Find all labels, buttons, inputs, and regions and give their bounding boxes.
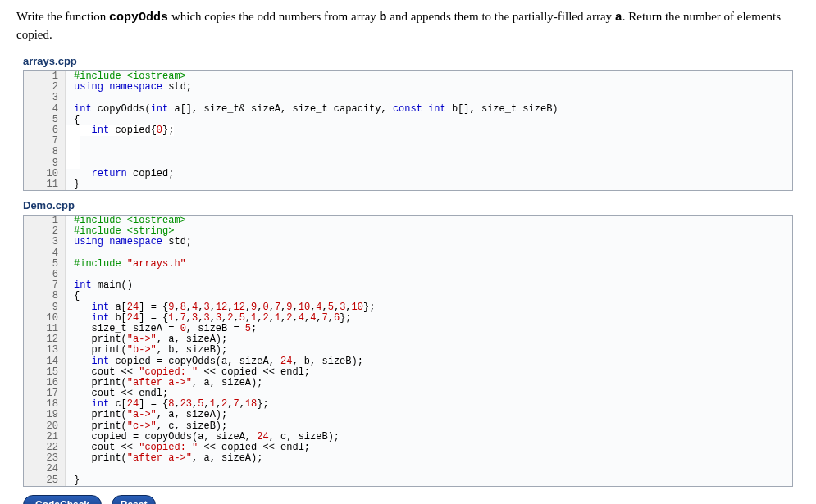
line-number: 12: [24, 334, 66, 345]
line-number: 20: [24, 421, 66, 432]
line-number: 2: [24, 226, 66, 237]
line-text[interactable]: [66, 158, 80, 169]
line-number: 7: [24, 136, 66, 147]
line-number: 8: [24, 147, 66, 157]
code-line: 24: [24, 464, 792, 474]
code-arrays: 1#include <iostream>2using namespace std…: [23, 70, 793, 191]
line-number: 15: [24, 367, 66, 378]
file-label-demo: Demo.cpp: [23, 199, 800, 211]
line-text: int b[24] = {1,7,3,3,3,2,5,1,2,1,2,4,4,7…: [66, 313, 352, 324]
line-number: 13: [24, 345, 66, 356]
line-number: 5: [24, 115, 66, 125]
line-text[interactable]: int copied{0};: [66, 125, 174, 136]
code-line: 11}: [24, 179, 792, 190]
code-line: 20 print("c->", c, sizeB);: [24, 421, 792, 432]
line-text: return copied;: [66, 169, 174, 179]
line-number: 17: [24, 388, 66, 399]
line-number: 25: [24, 475, 66, 486]
line-number: 19: [24, 410, 66, 420]
line-number: 24: [24, 464, 66, 474]
code-line: 10 return copied;: [24, 169, 792, 179]
line-number: 3: [24, 93, 66, 103]
line-number: 6: [24, 270, 66, 280]
code-line: 9 int a[24] = {9,8,4,3,12,12,9,0,7,9,10,…: [24, 302, 792, 313]
line-text: {: [66, 291, 80, 302]
line-number: 11: [24, 324, 66, 334]
line-number: 9: [24, 158, 66, 169]
line-number: 3: [24, 237, 66, 247]
line-number: 9: [24, 302, 66, 313]
line-number: 21: [24, 432, 66, 443]
code-line: 2using namespace std;: [24, 82, 792, 93]
line-number: 10: [24, 313, 66, 324]
line-number: 1: [24, 71, 66, 82]
code-line: 25}: [24, 475, 792, 486]
line-number: 8: [24, 291, 66, 302]
line-number: 11: [24, 179, 66, 190]
code-line[interactable]: 6 int copied{0};: [24, 125, 792, 136]
line-number: 4: [24, 248, 66, 259]
line-text: {: [66, 115, 80, 125]
line-number: 18: [24, 399, 66, 410]
problem-statement: Write the function copyOdds which copies…: [16, 8, 800, 43]
reset-button[interactable]: Reset: [112, 495, 157, 504]
code-line: 10 int b[24] = {1,7,3,3,3,2,5,1,2,1,2,4,…: [24, 313, 792, 324]
line-number: 14: [24, 356, 66, 367]
line-text: }: [66, 179, 80, 190]
code-line: 4int copyOdds(int a[], size_t& sizeA, si…: [24, 104, 792, 115]
code-line: 5#include "arrays.h": [24, 259, 792, 270]
line-number: 4: [24, 104, 66, 115]
line-number: 7: [24, 280, 66, 291]
code-line: 5{: [24, 115, 792, 125]
line-text[interactable]: [66, 147, 80, 157]
line-text: int copyOdds(int a[], size_t& sizeA, siz…: [66, 104, 558, 115]
code-line: 13 print("b->", b, sizeB);: [24, 345, 792, 356]
code-line: 7int main(): [24, 280, 792, 291]
code-line[interactable]: 9: [24, 158, 792, 169]
line-text: }: [66, 475, 80, 486]
line-text: print("after a->", a, sizeA);: [66, 453, 262, 464]
code-line[interactable]: 7: [24, 136, 792, 147]
fn-name: copyOdds: [109, 11, 168, 25]
code-line: 8{: [24, 291, 792, 302]
line-number: 2: [24, 82, 66, 93]
line-number: 6: [24, 125, 66, 136]
code-demo: 1#include <iostream>2#include <string>3u…: [23, 215, 793, 487]
line-text: int copied = copyOdds(a, sizeA, 24, b, s…: [66, 356, 363, 367]
codecheck-button[interactable]: CodeCheck: [23, 495, 102, 504]
line-text: #include "arrays.h": [66, 259, 186, 270]
line-text: [66, 464, 80, 474]
code-line[interactable]: 8: [24, 147, 792, 157]
line-number: 10: [24, 169, 66, 179]
line-text: print("c->", c, sizeB);: [66, 421, 227, 432]
line-number: 5: [24, 259, 66, 270]
line-number: 23: [24, 453, 66, 464]
file-label-arrays: arrays.cpp: [23, 55, 800, 67]
code-line: 23 print("after a->", a, sizeA);: [24, 453, 792, 464]
code-line: 6: [24, 270, 792, 280]
line-text: using namespace std;: [66, 237, 192, 247]
line-text: using namespace std;: [66, 82, 192, 93]
code-line: 3using namespace std;: [24, 237, 792, 247]
line-number: 16: [24, 378, 66, 388]
line-text: print("b->", b, sizeB);: [66, 345, 227, 356]
line-number: 1: [24, 216, 66, 226]
line-number: 22: [24, 443, 66, 453]
